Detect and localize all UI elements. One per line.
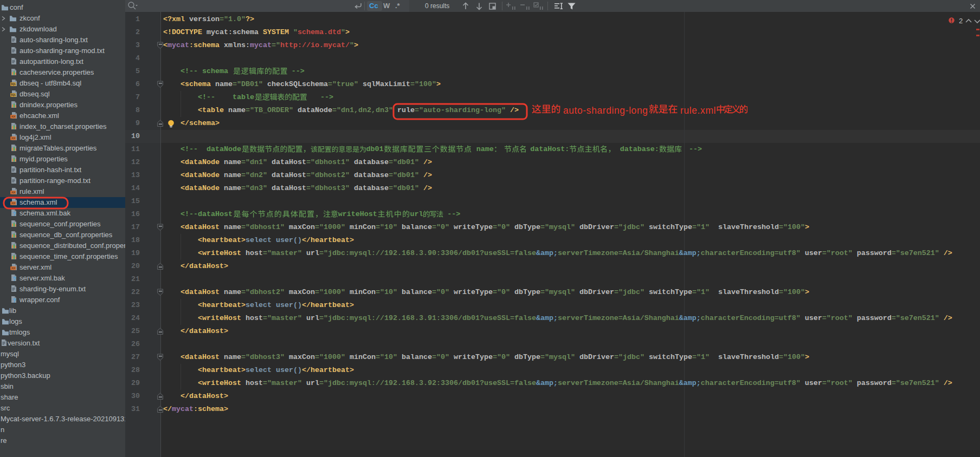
svg-text:<>: <> — [11, 267, 15, 270]
svg-text:2: 2 — [959, 17, 963, 25]
svg-text:SQL: SQL — [11, 83, 16, 86]
svg-text:<>: <> — [11, 115, 15, 119]
svg-text:?: ? — [13, 276, 16, 282]
svg-text:<>: <> — [11, 191, 15, 194]
svg-text:<>: <> — [11, 137, 15, 140]
svg-text:?: ? — [13, 298, 16, 303]
svg-text:SQL: SQL — [11, 94, 16, 96]
svg-text:?: ? — [13, 211, 16, 217]
